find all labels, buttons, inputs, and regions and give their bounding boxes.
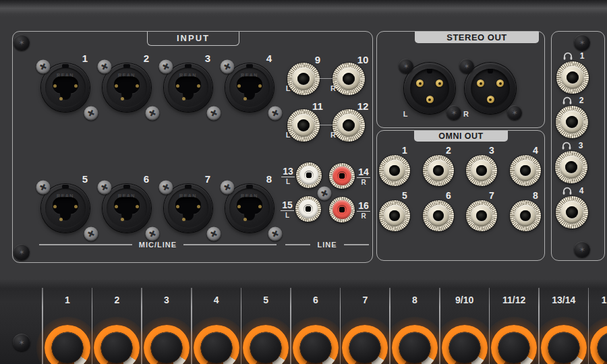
gain-knob [442, 325, 488, 364]
channel-number: 7 [362, 295, 368, 305]
gain-knob [491, 325, 537, 364]
headphones-glyph [562, 96, 573, 105]
line-jack-number: 10 [357, 54, 369, 65]
line-group-label: LINE [285, 241, 369, 249]
jack-contact [197, 205, 200, 208]
phillips-screw [207, 227, 221, 241]
phillips-screw [98, 60, 112, 74]
input-section-label: INPUT [147, 32, 239, 46]
phones-jack [556, 196, 588, 229]
channel-number: 4 [214, 295, 219, 305]
channel-number: 3 [164, 295, 169, 305]
gain-knob-cap [101, 332, 132, 363]
omni-jack-number: 3 [489, 145, 494, 156]
phillips-screw [318, 187, 332, 201]
jack-contact [136, 84, 139, 88]
headphones-icon [562, 142, 572, 150]
jack-latch-notch [246, 64, 253, 68]
rca-jack-label: 15L [279, 200, 296, 219]
phillips-screw [159, 60, 173, 74]
channel-letter: R [330, 84, 336, 92]
phillips-screw [221, 181, 235, 195]
phones-jack [555, 151, 587, 183]
combo-jack-number: 4 [266, 53, 272, 64]
phillips-screw [98, 181, 112, 195]
mic-line-group-label: MIC/LINE [39, 241, 277, 249]
rca-input-jack [296, 162, 322, 188]
jack-contact [237, 84, 241, 88]
gain-knob [541, 325, 587, 364]
omni-jack-number: 4 [533, 145, 538, 156]
jack-contact [182, 97, 185, 100]
xlr-pin [477, 80, 484, 87]
combo-jack-number: 1 [82, 53, 88, 64]
jack-contact [74, 84, 78, 88]
gain-knob [293, 325, 339, 364]
gain-knob [194, 325, 239, 364]
channel-letter: L [403, 110, 408, 118]
jack-contact [243, 218, 247, 221]
rca-jack-number: 16 [357, 201, 370, 212]
rca-jack-label: 13L [279, 166, 297, 185]
channel-number: 8 [412, 295, 417, 305]
phillips-screw [146, 107, 160, 121]
line-jack-number: 9 [315, 54, 320, 65]
jack-latch-notch [185, 185, 192, 189]
phones-jack-number: 3 [579, 141, 583, 150]
rca-jack-number: 14 [357, 167, 370, 178]
jack-contact [176, 84, 179, 88]
omni-jack-number: 5 [402, 190, 407, 201]
channel-number: 9/10 [455, 295, 473, 305]
jack-contact [59, 218, 63, 221]
line-jack-number: 11 [312, 100, 323, 112]
gain-knob-cap [449, 332, 480, 363]
jack-contact [115, 84, 118, 88]
rca-jack-number: 15 [281, 200, 294, 211]
gain-knob [590, 325, 607, 364]
gain-knob-cap [548, 332, 579, 363]
jack-contact [258, 205, 262, 208]
channel-number: 5 [263, 295, 268, 305]
line-input-jack [287, 63, 320, 95]
stereo-out-section-label: STEREO OUT [415, 32, 539, 43]
omni-output-jack [423, 155, 454, 186]
omni-jack-number: 1 [402, 145, 407, 156]
headphones-glyph [563, 52, 573, 61]
jack-latch-notch [123, 64, 130, 68]
jack-latch-notch [246, 185, 253, 189]
phillips-screw [207, 107, 221, 121]
phillips-screw [221, 60, 235, 74]
torx-screw [507, 105, 522, 120]
jack-contact [136, 205, 139, 208]
combo-jack-number: 8 [266, 173, 272, 185]
combo-jack-number: 5 [82, 173, 88, 185]
rca-jack-number: 13 [281, 166, 295, 177]
phillips-screw [36, 181, 51, 195]
gain-knob [392, 325, 438, 364]
torx-screw [13, 334, 30, 351]
phillips-screw [146, 227, 160, 241]
mic-line-group-text: MIC/LINE [132, 241, 183, 249]
input-section-title: INPUT [177, 33, 210, 43]
channel-letter: R [463, 110, 469, 118]
jack-contact [176, 205, 179, 208]
line-input-jack [333, 109, 365, 142]
jack-contact [237, 205, 241, 208]
phillips-screw [36, 60, 51, 74]
rca-input-jack [295, 196, 321, 222]
channel-letter: L [285, 212, 289, 219]
phillips-screw [84, 107, 98, 121]
gain-knob-cap [151, 332, 182, 363]
omni-output-jack [510, 200, 541, 231]
phones-jack-number: 2 [579, 96, 584, 105]
jack-contact [53, 205, 57, 208]
gain-knob [144, 325, 190, 364]
omni-out-section-label: OMNI OUT [414, 131, 508, 142]
gain-knob [94, 325, 140, 364]
torx-screw [446, 105, 461, 120]
omni-output-jack [510, 155, 541, 186]
line-input-jack [333, 63, 365, 95]
jack-contact [121, 218, 124, 221]
stereo-pair-tie-line [320, 125, 333, 126]
omni-jack-number: 7 [489, 190, 494, 201]
